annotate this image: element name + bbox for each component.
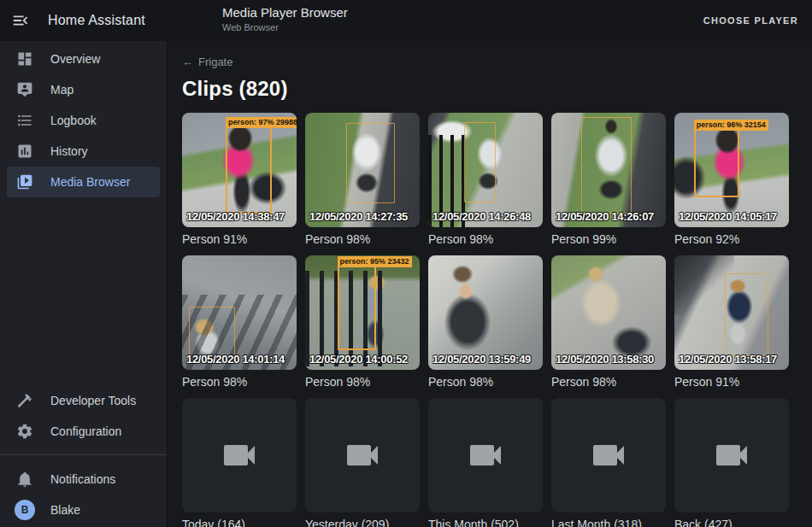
folder-thumbnail <box>674 398 789 512</box>
video-icon <box>711 435 752 476</box>
main-content: ← Frigate Clips (820) person: 97% 299881… <box>168 41 812 527</box>
chart-box-icon <box>15 141 35 161</box>
clip-label: Person 92% <box>674 231 789 248</box>
folder-item-yesterday[interactable]: Yesterday (209) <box>305 398 420 527</box>
menu-open-icon <box>11 11 30 30</box>
sidebar-item-label: Developer Tools <box>50 394 136 407</box>
notifications-label: Notifications <box>50 472 115 486</box>
folder-thumbnail <box>551 398 666 512</box>
clip-thumbnail: 12/05/2020 13:59:49 <box>428 255 543 370</box>
clip-item[interactable]: person: 97% 2998812/05/2020 14:38:47Pers… <box>182 113 297 248</box>
clip-item[interactable]: 12/05/2020 13:58:17Person 91% <box>674 255 789 390</box>
user-avatar: B <box>15 500 35 520</box>
sidebar-item-label: Logbook <box>50 114 97 127</box>
sidebar-nav: OverviewMapLogbookHistoryMedia Browser <box>0 44 167 197</box>
folder-item-back[interactable]: Back (427) <box>674 398 789 527</box>
sidebar-item-label: Overview <box>50 52 100 66</box>
sidebar-item-map[interactable]: Map <box>7 74 160 105</box>
detection-box <box>464 122 497 202</box>
clip-thumbnail: 12/05/2020 14:27:35 <box>305 113 420 227</box>
clip-label: Person 98% <box>182 374 297 390</box>
sidebar-item-label: Configuration <box>50 425 121 438</box>
detection-box <box>725 273 768 355</box>
bell-icon <box>15 469 35 489</box>
clip-item[interactable]: person: 96% 3215412/05/2020 14:05:17Pers… <box>674 113 789 248</box>
clip-timestamp: 12/05/2020 14:05:17 <box>679 210 777 223</box>
clip-label: Person 98% <box>428 231 543 248</box>
media-player-header: Media Player Browser Web Browser <box>222 5 348 34</box>
clip-thumbnail: person: 96% 3215412/05/2020 14:05:17 <box>674 113 789 227</box>
choose-player-button[interactable]: CHOOSE PLAYER <box>703 15 798 26</box>
play-box-multiple-icon <box>15 172 35 192</box>
detection-label: person: 95% 23432 <box>338 256 412 267</box>
clip-item[interactable]: 12/05/2020 14:27:35Person 98% <box>305 113 420 248</box>
folder-label: Yesterday (209) <box>305 517 420 527</box>
format-list-bulleted-icon <box>15 110 35 131</box>
clip-item[interactable]: 12/05/2020 14:26:07Person 99% <box>551 113 666 248</box>
sidebar-item-media-browser[interactable]: Media Browser <box>7 167 160 197</box>
clip-label: Person 98% <box>428 374 543 390</box>
sidebar-item-label: Map <box>50 83 74 97</box>
clip-timestamp: 12/05/2020 14:01:14 <box>186 353 285 366</box>
top-bar: Home Assistant Media Player Browser Web … <box>0 0 812 41</box>
clip-thumbnail: 12/05/2020 13:58:17 <box>674 255 789 370</box>
sidebar-item-configuration[interactable]: Configuration <box>7 416 160 447</box>
clip-timestamp: 12/05/2020 14:26:48 <box>432 210 531 223</box>
clip-label: Person 99% <box>551 231 666 248</box>
clip-thumbnail: person: 95% 2343212/05/2020 14:00:52 <box>305 255 420 370</box>
sidebar-bottom-nav: Developer ToolsConfiguration <box>0 385 167 447</box>
clip-timestamp: 12/05/2020 13:58:30 <box>556 353 654 366</box>
detection-label: person: 97% 29988 <box>226 117 297 128</box>
sidebar-item-user[interactable]: B Blake <box>7 495 160 525</box>
sidebar-item-label: Media Browser <box>50 175 130 189</box>
clip-item[interactable]: 12/05/2020 14:01:14Person 98% <box>182 255 297 390</box>
clip-label: Person 91% <box>674 374 789 390</box>
sidebar-item-developer-tools[interactable]: Developer Tools <box>7 385 160 416</box>
detection-box <box>581 117 632 214</box>
sidebar-item-history[interactable]: History <box>7 136 160 167</box>
clip-thumbnail: 12/05/2020 13:58:30 <box>551 255 666 370</box>
gear-icon <box>15 421 35 442</box>
clip-timestamp: 12/05/2020 14:27:35 <box>309 210 408 223</box>
video-icon <box>219 435 260 476</box>
video-icon <box>465 435 506 476</box>
clip-timestamp: 12/05/2020 13:58:17 <box>679 353 777 366</box>
folder-thumbnail <box>305 398 420 512</box>
folder-item-last-month[interactable]: Last Month (318) <box>551 398 666 527</box>
clip-item[interactable]: person: 95% 2343212/05/2020 14:00:52Pers… <box>305 255 420 390</box>
sidebar-item-overview[interactable]: Overview <box>7 44 160 74</box>
sidebar-item-logbook[interactable]: Logbook <box>7 105 160 136</box>
sidebar-bottom: Developer ToolsConfiguration Notificatio… <box>0 385 167 527</box>
folder-thumbnail <box>428 398 543 512</box>
folder-label: Today (164) <box>182 517 297 527</box>
clip-label: Person 98% <box>305 231 420 248</box>
sidebar-item-label: History <box>50 144 88 158</box>
detection-box: person: 97% 29988 <box>226 126 272 214</box>
clip-thumbnail: person: 97% 2998812/05/2020 14:38:47 <box>182 113 297 227</box>
page-title: Media Player Browser <box>222 5 348 21</box>
view-dashboard-icon <box>15 49 35 69</box>
breadcrumb-label: Frigate <box>198 56 232 68</box>
folder-label: Back (427) <box>674 517 789 527</box>
folder-label: Last Month (318) <box>551 517 666 527</box>
clip-item[interactable]: 12/05/2020 13:59:49Person 98% <box>428 255 543 390</box>
folder-label: This Month (502) <box>428 517 543 527</box>
clip-thumbnail: 12/05/2020 14:01:14 <box>182 255 297 370</box>
sidebar-toggle-button[interactable] <box>0 0 41 41</box>
user-name: Blake <box>50 503 80 517</box>
back-arrow-icon: ← <box>182 56 193 68</box>
folder-item-today[interactable]: Today (164) <box>182 398 297 527</box>
clip-label: Person 98% <box>305 374 420 390</box>
detection-box: person: 95% 23432 <box>338 266 377 350</box>
folder-item-this-month[interactable]: This Month (502) <box>428 398 543 527</box>
clip-item[interactable]: 12/05/2020 13:58:30Person 98% <box>551 255 666 390</box>
breadcrumb-back-frigate[interactable]: ← Frigate <box>182 56 232 68</box>
clip-thumbnail: 12/05/2020 14:26:48 <box>428 113 543 227</box>
detection-box <box>346 123 394 203</box>
media-grid: person: 97% 2998812/05/2020 14:38:47Pers… <box>182 113 798 527</box>
clip-item[interactable]: 12/05/2020 14:26:48Person 98% <box>428 113 543 248</box>
page-heading: Clips (820) <box>182 77 798 101</box>
sidebar-item-notifications[interactable]: Notifications <box>7 464 160 495</box>
clip-label: Person 98% <box>551 374 666 390</box>
clip-timestamp: 12/05/2020 14:26:07 <box>556 210 654 223</box>
